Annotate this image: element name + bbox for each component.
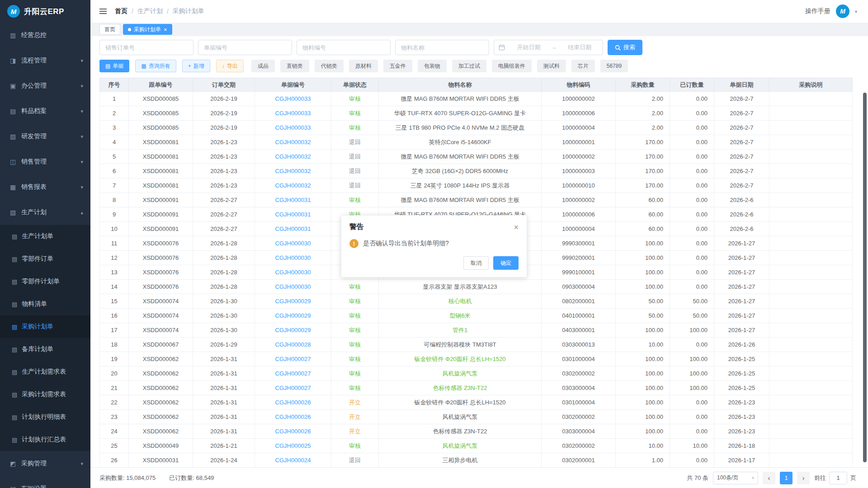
doc-link[interactable]: CGJH000024 xyxy=(255,453,331,468)
sidebar-subitem[interactable]: ▤计划执行汇总表 xyxy=(0,428,90,451)
category-chip[interactable]: 芯片 xyxy=(571,60,595,72)
doc-link[interactable]: CGJH000026 xyxy=(255,424,331,439)
category-chip[interactable]: 测试料 xyxy=(537,60,566,72)
doc-link[interactable]: CGJH000031 xyxy=(255,193,331,207)
doc-link[interactable]: CGJH000030 xyxy=(255,280,331,294)
doc-link[interactable]: CGJH000025 xyxy=(255,439,331,453)
page-size-select[interactable]: 100条/页 ▾ xyxy=(713,472,758,484)
prev-page-button[interactable]: ‹ xyxy=(763,472,775,484)
scrollbar-thumb[interactable] xyxy=(863,93,867,462)
doc-link[interactable]: CGJH000026 xyxy=(255,395,331,410)
table-row: 5XSDD0000812026-1-23CGJH000032退回微星 MAG B… xyxy=(100,150,853,164)
current-page-button[interactable]: 1 xyxy=(780,472,793,484)
category-chip[interactable]: 电脑组装件 xyxy=(492,60,532,72)
sidebar-item[interactable]: ▥经营总控 xyxy=(0,23,90,48)
doc-link[interactable]: CGJH000029 xyxy=(255,294,331,309)
export-button[interactable]: ↓ 导出 xyxy=(216,60,244,72)
cell-material-name: 管件1 xyxy=(379,323,542,338)
sidebar-item[interactable]: ◫销售管理▾ xyxy=(0,149,90,174)
doc-link[interactable]: CGJH000030 xyxy=(255,251,331,265)
sidebar-collapse-icon[interactable] xyxy=(99,9,107,14)
user-menu-caret-icon[interactable]: ▾ xyxy=(855,9,857,14)
category-chip[interactable]: 56789 xyxy=(600,60,628,72)
sidebar-subitem[interactable]: ▤物料清单 xyxy=(0,293,90,315)
cell-purchase-qty: 2.00 xyxy=(616,92,670,106)
chevron-down-icon: ▾ xyxy=(80,486,83,488)
confirm-button[interactable]: 确定 xyxy=(493,256,519,270)
sidebar-item[interactable]: ▤料品档案▾ xyxy=(0,99,90,124)
sidebar-subitem[interactable]: ▤零部件订单 xyxy=(0,248,90,270)
sidebar-subitem[interactable]: ▤生产计划单 xyxy=(0,225,90,248)
doc-link[interactable]: CGJH000032 xyxy=(255,178,331,193)
cell-doc-date: 2026-1-26 xyxy=(714,338,769,352)
doc-link[interactable]: CGJH000027 xyxy=(255,366,331,381)
date-range-picker[interactable]: 开始日期 – 结束日期 xyxy=(494,40,603,55)
sidebar-subitem[interactable]: ▤备库计划单 xyxy=(0,338,90,361)
doc-link[interactable]: CGJH000028 xyxy=(255,338,331,352)
document-icon: ▤ xyxy=(105,63,110,69)
sidebar-item[interactable]: ▦销售报表▾ xyxy=(0,174,90,200)
sidebar-item[interactable]: ▣办公管理▾ xyxy=(0,73,90,99)
help-link[interactable]: 操作手册 xyxy=(805,7,830,15)
sidebar-item[interactable]: ◨流程管理▾ xyxy=(0,48,90,73)
doc-link[interactable]: CGJH000027 xyxy=(255,381,331,395)
doc-link[interactable]: CGJH000033 xyxy=(255,121,331,135)
query-all-button[interactable]: ▦ 查询所有 xyxy=(135,60,176,72)
sidebar-item[interactable]: ◪车间设置▾ xyxy=(0,476,90,488)
goto-page-input[interactable] xyxy=(829,472,847,484)
sidebar-item[interactable]: ▨研发管理▾ xyxy=(0,124,90,149)
document-button[interactable]: ▤ 单据 xyxy=(99,60,129,72)
doc-link[interactable]: CGJH000029 xyxy=(255,309,331,323)
breadcrumb-home[interactable]: 首页 xyxy=(115,7,127,15)
category-chip[interactable]: 原材料 xyxy=(349,60,378,72)
doc-link[interactable]: CGJH000029 xyxy=(255,323,331,338)
tab-purchase-plan[interactable]: 采购计划单 × xyxy=(123,24,172,35)
tab-home[interactable]: 首页 xyxy=(99,24,120,35)
cell-ordered-qty: 0.00 xyxy=(670,395,714,410)
material-name-input[interactable] xyxy=(395,40,489,55)
doc-link[interactable]: CGJH000032 xyxy=(255,150,331,164)
sidebar-item[interactable]: ◩采购管理▾ xyxy=(0,451,90,476)
sales-order-input[interactable] xyxy=(99,40,193,55)
chevron-up-icon: ▴ xyxy=(80,210,83,216)
category-chip[interactable]: 加工过试 xyxy=(452,60,486,72)
category-chip[interactable]: 五金件 xyxy=(383,60,412,72)
column-header: 单据编号 xyxy=(255,78,331,92)
breadcrumb-production-plan[interactable]: 生产计划 xyxy=(137,7,163,15)
doc-link[interactable]: CGJH000031 xyxy=(255,207,331,222)
doc-link[interactable]: CGJH000026 xyxy=(255,410,331,424)
vertical-scrollbar[interactable] xyxy=(863,93,867,462)
doc-link[interactable]: CGJH000031 xyxy=(255,222,331,236)
sidebar-subitem[interactable]: ▤采购计划需求表 xyxy=(0,383,90,406)
sidebar-subitem[interactable]: ▤采购计划单 xyxy=(0,315,90,338)
doc-link[interactable]: CGJH000030 xyxy=(255,236,331,251)
doc-link[interactable]: CGJH000032 xyxy=(255,135,331,150)
next-page-button[interactable]: › xyxy=(797,472,810,484)
doc-link[interactable]: CGJH000030 xyxy=(255,265,331,280)
sidebar-subitem[interactable]: ▤计划执行明细表 xyxy=(0,406,90,428)
column-header: 物料编码 xyxy=(542,78,616,92)
category-chip[interactable]: 包装物 xyxy=(418,60,447,72)
doc-link[interactable]: CGJH000033 xyxy=(255,106,331,121)
cell-order-no: XSDD000062 xyxy=(129,381,193,395)
tab-active-dot-icon xyxy=(128,28,131,31)
dialog-close-icon[interactable]: × xyxy=(514,223,519,231)
category-chip[interactable]: 代销类 xyxy=(315,60,344,72)
material-code-input[interactable] xyxy=(297,40,391,55)
sidebar-item[interactable]: ▧生产计划▴ xyxy=(0,200,90,225)
doc-link[interactable]: CGJH000027 xyxy=(255,352,331,366)
avatar[interactable]: M xyxy=(836,5,849,18)
cell-material-code: 9990300001 xyxy=(542,236,616,251)
search-button[interactable]: 搜索 xyxy=(608,40,642,55)
tab-close-icon[interactable]: × xyxy=(164,27,167,33)
sidebar-subitem[interactable]: ▤零部件计划单 xyxy=(0,270,90,293)
sidebar-subitem[interactable]: ▤生产计划需求表 xyxy=(0,361,90,383)
cancel-button[interactable]: 取消 xyxy=(463,256,489,270)
doc-link[interactable]: CGJH000033 xyxy=(255,92,331,106)
add-button[interactable]: + 新增 xyxy=(182,60,210,72)
doc-link[interactable]: CGJH000032 xyxy=(255,164,331,178)
category-chip[interactable]: 成品 xyxy=(251,60,275,72)
cell-seq: 26 xyxy=(100,453,129,468)
doc-no-input[interactable] xyxy=(198,40,292,55)
category-chip[interactable]: 直销类 xyxy=(280,60,309,72)
